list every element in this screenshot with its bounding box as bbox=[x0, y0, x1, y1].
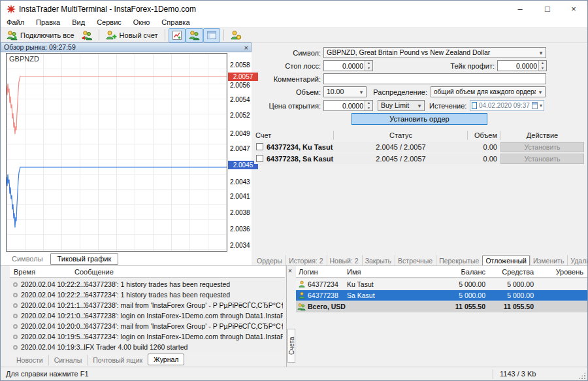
order-col-action: Действие bbox=[500, 130, 584, 141]
expiry-checkbox[interactable] bbox=[472, 102, 477, 109]
menu-file[interactable]: Файл bbox=[1, 18, 30, 27]
menu-window[interactable]: Окно bbox=[127, 18, 156, 27]
account-name: Sa Kasut bbox=[347, 290, 375, 301]
journal-row: 2020.02.04 10:19:5... '64377234': login … bbox=[10, 332, 285, 342]
journal-time: 2020.02.04 10:22:2... bbox=[21, 290, 89, 300]
connect-all-label: Подключить все bbox=[20, 31, 74, 39]
set-order-row-button[interactable]: Установить bbox=[500, 154, 584, 164]
open-price-input[interactable] bbox=[324, 101, 365, 110]
minimize-button[interactable]: – bbox=[508, 1, 532, 18]
accounts-col-login: Логин bbox=[299, 266, 318, 278]
chevron-down-icon: ▾ bbox=[415, 103, 424, 109]
status-bar: Для справки нажмите F1 1143 / 3 Kb bbox=[1, 367, 587, 381]
menu-view[interactable]: Вид bbox=[66, 18, 91, 27]
new-account-button[interactable]: Новый счет bbox=[103, 28, 161, 42]
distribution-select[interactable]: общий объем для каждого ордера ▾ bbox=[431, 86, 546, 97]
tab-news[interactable]: Новости bbox=[11, 355, 48, 365]
take-profit-stepper[interactable]: ▲ ▼ bbox=[497, 60, 547, 71]
menu-help[interactable]: Справка bbox=[155, 18, 195, 27]
journal-message: '64377238': login on InstaForex-1Demo.co… bbox=[84, 311, 283, 321]
account-settings-button[interactable] bbox=[227, 28, 245, 42]
tick-chart-plot[interactable] bbox=[6, 53, 227, 252]
menu-bar: Файл Правка Вид Сервис Окно Справка bbox=[1, 18, 587, 27]
take-profit-input[interactable] bbox=[498, 61, 538, 71]
account-row[interactable]: 64377234 Ku Tasut 5 000.00 5 000.00 bbox=[296, 279, 587, 290]
stop-loss-stepper[interactable]: ▲ ▼ bbox=[323, 60, 373, 71]
expiry-label: Истечение: bbox=[429, 101, 465, 112]
maximize-button[interactable]: □ bbox=[535, 1, 560, 18]
connect-all-button[interactable]: Подключить все bbox=[3, 28, 78, 42]
spin-buttons[interactable]: ▲ ▼ bbox=[365, 101, 372, 110]
axis-tick: 2.0049 bbox=[230, 130, 259, 138]
symbol-select[interactable]: GBPNZD, Great Britain Pound vs New Zeala… bbox=[323, 47, 546, 58]
disconnect-all-icon bbox=[81, 30, 92, 41]
spin-down-icon: ▼ bbox=[365, 66, 372, 71]
order-row-account: 64377234, Ku Tasut bbox=[267, 142, 333, 152]
log-entry-icon bbox=[13, 314, 18, 318]
accounts-group-icon bbox=[297, 303, 306, 311]
journal-time: 2020.02.04 10:19:3... bbox=[21, 342, 89, 352]
accounts-close-icon[interactable]: × bbox=[288, 267, 292, 274]
market-watch-toggle-button[interactable] bbox=[169, 28, 186, 42]
comment-label: Комментарий: bbox=[253, 74, 321, 85]
order-row-checkbox[interactable] bbox=[256, 155, 263, 162]
accounts-toggle-button[interactable] bbox=[186, 28, 203, 42]
order-type-select[interactable]: Buy Limit ▾ bbox=[378, 100, 425, 111]
journal-time: 2020.02.04 10:21:0... bbox=[21, 311, 89, 321]
account-login: 64377238 bbox=[308, 290, 338, 301]
accounts-vertical-tab[interactable]: Счета bbox=[287, 329, 295, 363]
title-bar: InstaTrader MultiTerminal - InstaForex-1… bbox=[1, 1, 587, 18]
set-order-row-button[interactable]: Установить bbox=[500, 142, 584, 152]
market-watch-close-icon[interactable]: × bbox=[244, 44, 248, 52]
order-col-account: Счет bbox=[255, 130, 271, 141]
toolbar-separator bbox=[99, 29, 99, 41]
journal-tabs: Новости Сигналы Почтовый ящик Журнал bbox=[11, 354, 184, 365]
account-login: 64377234 bbox=[308, 279, 338, 290]
order-row-status: 2.0045 / 2.0057 bbox=[334, 142, 468, 152]
log-entry-icon bbox=[13, 335, 18, 339]
accounts-header: Логин Имя Баланс Средства Уровень bbox=[296, 266, 587, 278]
market-watch-caption-text: Обзор рынка: 09:27:59 bbox=[4, 43, 76, 51]
close-button[interactable]: × bbox=[561, 1, 586, 18]
account-funds: 5 000.00 bbox=[488, 290, 534, 301]
distribution-value: общий объем для каждого ордера bbox=[431, 87, 536, 97]
menu-service[interactable]: Сервис bbox=[91, 18, 127, 27]
tab-tick-chart[interactable]: Тиковый график bbox=[50, 253, 119, 265]
calendar-icon[interactable] bbox=[532, 102, 538, 109]
accounts-side-strip bbox=[1, 266, 10, 367]
log-entry-icon bbox=[13, 282, 18, 287]
resize-grip[interactable] bbox=[578, 372, 586, 380]
account-icon bbox=[298, 280, 306, 288]
spin-buttons[interactable]: ▲ ▼ bbox=[538, 61, 546, 71]
account-row-selected[interactable]: 64377238 Sa Kasut 5 000.00 5 000.00 bbox=[296, 290, 587, 301]
stop-loss-input[interactable] bbox=[324, 61, 365, 71]
order-row-checkbox[interactable] bbox=[256, 143, 263, 150]
spin-buttons[interactable]: ▲ ▼ bbox=[365, 61, 372, 71]
journal-message: '64377238': 1 history trades has been re… bbox=[84, 280, 283, 290]
expiry-control[interactable]: 04.02.2020 09:37 ▾ bbox=[470, 100, 544, 111]
journal-time: 2020.02.04 10:22:2... bbox=[21, 280, 89, 290]
tab-mailbox[interactable]: Почтовый ящик bbox=[87, 355, 148, 365]
account-balance: 5 000.00 bbox=[440, 279, 485, 290]
column-divider bbox=[333, 131, 334, 140]
journal-row: 2020.02.04 10:19:3... IFX Trader 4.00 bu… bbox=[10, 342, 285, 352]
disconnect-all-button[interactable] bbox=[78, 28, 95, 42]
menu-edit[interactable]: Правка bbox=[30, 18, 66, 27]
market-watch-tabs: Символы Тиковый график bbox=[5, 253, 118, 265]
tab-journal[interactable]: Журнал bbox=[148, 354, 184, 365]
comment-input[interactable] bbox=[324, 74, 546, 84]
open-price-label: Цена открытия: bbox=[253, 101, 321, 112]
volume-select[interactable]: 10.00 ▾ bbox=[323, 86, 367, 97]
log-entry-icon bbox=[13, 303, 18, 308]
tab-signals[interactable]: Сигналы bbox=[48, 355, 88, 365]
account-funds: 5 000.00 bbox=[488, 279, 534, 290]
column-divider bbox=[500, 131, 500, 140]
place-order-button[interactable]: Установить ордер bbox=[351, 113, 487, 125]
tab-symbols[interactable]: Символы bbox=[5, 253, 50, 265]
journal-row: 2020.02.04 10:21:0... '64377238': login … bbox=[10, 311, 285, 321]
chevron-down-icon: ▾ bbox=[540, 103, 542, 108]
journal-row: 2020.02.04 10:22:2... '64377234': 1 hist… bbox=[10, 290, 285, 300]
terminal-toggle-button[interactable] bbox=[203, 28, 220, 42]
open-price-stepper[interactable]: ▲ ▼ bbox=[323, 100, 373, 111]
axis-tick: 2.0036 bbox=[230, 225, 259, 233]
